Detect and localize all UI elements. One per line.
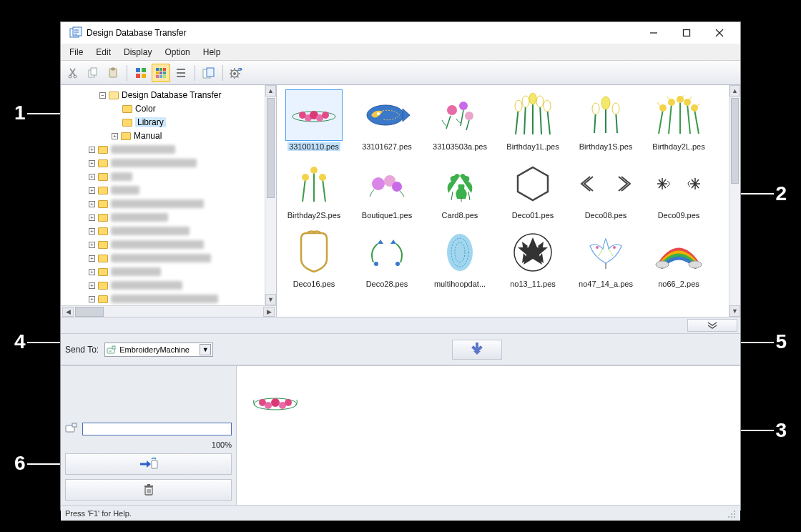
expand-icon[interactable]: + [112,133,118,139]
expand-icon[interactable]: + [89,160,95,167]
tree-node-blurred[interactable]: + [65,225,260,237]
expand-queue-button[interactable] [687,319,737,332]
import-button[interactable] [200,64,218,82]
copy-button[interactable] [84,64,102,82]
thumbnail-item[interactable]: Birthday1S.pes [573,89,639,151]
expand-icon[interactable]: + [89,242,95,248]
tree-node-blurred[interactable]: + [65,292,260,305]
tree-node-blurred[interactable]: + [65,184,260,197]
embroidery-thumbnail [431,227,488,278]
thumbnail-item[interactable]: Deco01.pes [500,158,566,220]
tree-node-blurred[interactable]: + [65,265,260,278]
thumbnail-item[interactable]: Deco16.pes [281,227,347,288]
scroll-right-button[interactable]: ▶ [263,307,275,317]
minimize-button[interactable] [637,22,670,44]
thumbnail-item[interactable]: Card8.pes [427,158,493,220]
transfer-button[interactable] [65,453,232,475]
folder-tree-pane: − Design Database Transfer Color Library [61,85,277,317]
folder-tree[interactable]: − Design Database Transfer Color Library [61,85,265,305]
thumbnail-label: Birthday1L.pes [505,142,560,151]
resize-grip[interactable] [726,508,736,518]
expand-icon[interactable]: + [89,255,95,262]
tree-scrollbar-horizontal[interactable]: ◀ ▶ [61,305,276,317]
view-list-button[interactable] [172,64,190,82]
expand-icon[interactable]: + [89,187,95,194]
tree-node-blurred[interactable]: + [65,211,260,224]
expand-icon[interactable]: + [89,174,95,180]
tree-scrollbar-vertical[interactable]: ▲ ▼ [265,85,276,305]
maximize-button[interactable] [670,22,703,44]
delete-button[interactable] [65,479,232,501]
tree-node-color[interactable]: Color [65,102,260,115]
thumbnail-item[interactable]: 33101627.pes [354,89,420,151]
thumbnail-item[interactable]: 33100110.pes [281,89,347,151]
scroll-track[interactable] [729,97,740,305]
menu-help[interactable]: Help [197,46,227,59]
thumbnail-item[interactable]: Birthday1L.pes [500,89,566,151]
scroll-left-button[interactable]: ◀ [62,307,74,317]
expand-icon[interactable]: + [89,228,95,235]
tree-node-blurred[interactable]: + [65,279,260,292]
cut-button[interactable] [64,64,82,82]
scroll-up-button[interactable]: ▲ [729,85,740,97]
dropdown-icon[interactable]: ▼ [200,344,211,355]
expand-icon[interactable]: + [89,215,95,221]
tree-node-manual[interactable]: + Manual [65,129,260,142]
tree-node-blurred[interactable]: + [65,143,260,156]
tree-node-label: Design Database Transfer [122,90,221,100]
svg-point-79 [613,246,616,249]
thumbnail-item[interactable]: multihoopdat... [427,227,493,288]
svg-point-44 [515,100,522,112]
content-scrollbar-vertical[interactable]: ▲ ▼ [729,85,740,317]
thumbnail-item[interactable]: Birthday2S.pes [281,158,347,220]
thumbnail-item[interactable]: no13_11.pes [500,227,566,288]
expand-icon[interactable]: + [89,269,95,275]
scroll-thumb[interactable] [731,98,739,184]
thumbnail-item[interactable]: Deco28.pes [354,227,420,288]
view-small-icons-button[interactable] [152,64,170,82]
tree-node-blurred[interactable]: + [65,238,260,251]
menu-file[interactable]: File [64,46,89,59]
tree-node-label [111,267,161,276]
scroll-track[interactable] [265,97,276,294]
menu-display[interactable]: Display [118,46,157,59]
close-button[interactable] [703,22,736,44]
settings-button[interactable] [227,64,246,82]
expand-icon[interactable]: + [89,201,95,207]
scroll-track[interactable] [75,307,262,317]
tree-node-root[interactable]: − Design Database Transfer [65,89,260,102]
tree-node-blurred[interactable]: + [65,157,260,169]
expand-icon[interactable]: + [89,147,95,153]
tree-node-library[interactable]: Library [65,116,260,129]
tree-node-blurred[interactable]: + [65,170,260,183]
annotation-5: 5 [775,330,787,353]
menu-option[interactable]: Option [159,46,195,59]
menu-edit[interactable]: Edit [90,46,117,59]
thumbnail-item[interactable]: Birthday2L.pes [646,89,712,151]
thumbnail-item[interactable]: no66_2.pes [646,227,712,288]
scroll-thumb[interactable] [75,307,104,317]
thumbnail-item[interactable]: Boutique1.pes [354,158,420,220]
thumbnail-item[interactable]: no47_14_a.pes [573,227,639,288]
expand-icon[interactable]: + [89,296,95,302]
queue-list[interactable] [237,366,740,505]
expand-icon[interactable]: + [89,282,95,289]
view-large-icons-button[interactable] [132,64,150,82]
tree-node-blurred[interactable]: + [65,197,260,210]
paste-button[interactable] [104,64,122,82]
folder-icon [98,241,108,249]
tree-node-blurred[interactable]: + [65,252,260,265]
scroll-down-button[interactable]: ▼ [265,294,276,305]
add-to-queue-button[interactable] [452,340,502,360]
scroll-down-button[interactable]: ▼ [729,305,740,317]
thumbnail-item[interactable]: Deco09.pes [646,158,712,220]
scroll-thumb[interactable] [267,98,275,198]
collapse-icon[interactable]: − [99,92,106,99]
send-to-combobox[interactable]: EmbroideryMachine ▼ [104,343,213,357]
thumbnail-item[interactable]: Deco08.pes [573,158,639,220]
thumbnail-item[interactable]: 33103503a.pes [427,89,493,151]
svg-rect-19 [156,72,159,74]
thumbnail-grid[interactable]: 33100110.pes33101627.pes33103503a.pesBir… [277,85,729,317]
queue-item[interactable] [242,372,308,432]
scroll-up-button[interactable]: ▲ [265,85,276,97]
